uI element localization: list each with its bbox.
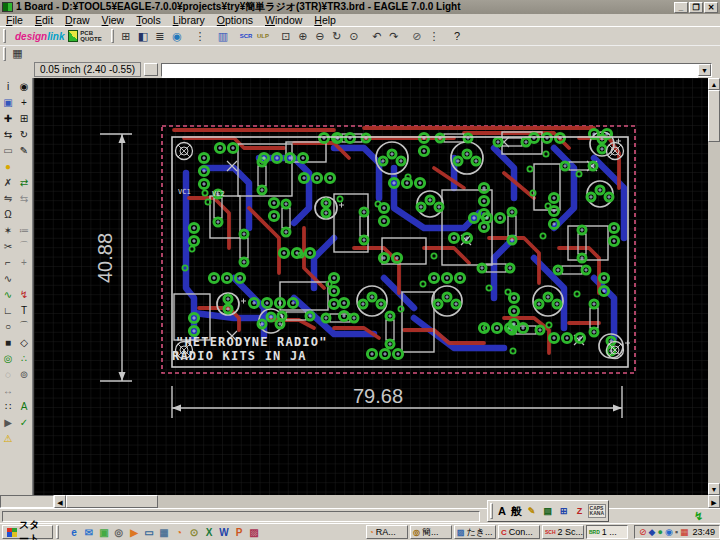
group-icon[interactable]: ▭ xyxy=(0,142,16,158)
hole-icon[interactable]: ⊚ xyxy=(16,366,32,382)
task-button-1[interactable]: ◔RA... xyxy=(366,525,408,539)
ime-caps-kana-indicator[interactable]: CAPSKANA xyxy=(588,504,606,518)
pad-icon[interactable]: ◌ xyxy=(0,366,16,382)
redo-icon[interactable]: ↷ xyxy=(385,28,402,44)
stop-icon[interactable]: ⊘ xyxy=(408,28,425,44)
antivirus-icon[interactable]: ⊘ xyxy=(639,527,647,537)
show-desktop-icon[interactable]: ▭ xyxy=(142,525,156,539)
pinswap-icon[interactable]: ⇄ xyxy=(16,174,32,190)
pcb-quote-button[interactable]: PCB QUOTE xyxy=(68,30,108,42)
delete-icon[interactable]: ✗ xyxy=(0,174,16,190)
gateswap-icon[interactable]: ⇆ xyxy=(16,190,32,206)
zoom-select-icon[interactable]: ⊙ xyxy=(345,28,362,44)
display-tray-icon[interactable]: ● xyxy=(657,527,662,537)
outlook-icon[interactable]: ✉ xyxy=(82,525,96,539)
task-button-3[interactable]: ▨たき... xyxy=(454,525,496,539)
task-button-2[interactable]: ◎簡... xyxy=(410,525,452,539)
show-icon[interactable]: ◉ xyxy=(16,78,32,94)
route-icon[interactable]: ∿ xyxy=(0,286,16,302)
toolbar-grip[interactable] xyxy=(111,29,114,43)
schedule-icon[interactable]: ▦ xyxy=(680,527,689,537)
ime-pad-icon[interactable]: ⊞ xyxy=(556,503,572,519)
vertical-scroll-thumb[interactable] xyxy=(708,90,720,142)
menu-item-edit[interactable]: Edit xyxy=(29,14,59,26)
menu-item-tools[interactable]: Tools xyxy=(130,14,167,26)
firefox-icon[interactable]: ◔ xyxy=(172,525,186,539)
split-icon[interactable]: ⌐ xyxy=(0,254,16,270)
messenger-icon[interactable]: ◉ xyxy=(665,527,673,537)
autoroute-icon[interactable]: A xyxy=(16,398,32,414)
menu-item-window[interactable]: Window xyxy=(259,14,308,26)
scroll-up-icon[interactable]: ▲ xyxy=(708,78,720,90)
text-icon[interactable]: T xyxy=(16,302,32,318)
zoom-in-icon[interactable]: ⊕ xyxy=(294,28,311,44)
arc-icon[interactable]: ⌒ xyxy=(16,318,32,334)
shield-icon[interactable]: ◆ xyxy=(649,527,656,537)
taskbar-grip[interactable] xyxy=(56,525,59,539)
move-icon[interactable]: ✚ xyxy=(0,110,16,126)
line-icon[interactable]: ∟ xyxy=(0,302,16,318)
polygon-icon[interactable]: ◇ xyxy=(16,334,32,350)
rotate-icon[interactable]: ↻ xyxy=(16,126,32,142)
ime-help-icon[interactable]: Z xyxy=(572,503,588,519)
grid-icon[interactable]: ▦ xyxy=(9,46,26,62)
via-icon[interactable]: ◎ xyxy=(0,350,16,366)
command-history-button[interactable] xyxy=(144,63,158,76)
circle-icon[interactable]: ○ xyxy=(0,318,16,334)
cut-icon[interactable]: ✂ xyxy=(0,238,16,254)
paint-icon[interactable]: ▣ xyxy=(97,525,111,539)
task-button-5[interactable]: SCH2 Sc... xyxy=(542,525,584,539)
cam-processor-icon[interactable]: ◉ xyxy=(168,28,185,44)
ie-icon[interactable]: e xyxy=(67,525,81,539)
vertical-scrollbar[interactable]: ▲ ▼ xyxy=(708,78,720,495)
ime-dictionary-icon[interactable]: ▤ xyxy=(540,503,556,519)
signal-icon[interactable]: ∴ xyxy=(16,350,32,366)
close-button[interactable]: ✕ xyxy=(704,2,718,13)
start-button[interactable]: スタート xyxy=(2,525,53,539)
undo-icon[interactable]: ↶ xyxy=(368,28,385,44)
minimize-button[interactable]: _ xyxy=(674,2,688,13)
followme-icon[interactable]: ▶ xyxy=(0,414,16,430)
horizontal-scrollbar[interactable]: ◀ ▶ xyxy=(0,495,720,508)
search-icon[interactable]: ⊙ xyxy=(187,525,201,539)
word-icon[interactable]: W xyxy=(217,525,231,539)
key-icon[interactable]: ▪ xyxy=(675,527,678,537)
menu-item-draw[interactable]: Draw xyxy=(59,14,96,26)
wire-bend-icon[interactable]: ∿ xyxy=(0,270,16,286)
print-icon[interactable]: ≣ xyxy=(151,28,168,44)
horizontal-scroll-thumb[interactable] xyxy=(66,495,158,508)
toolbar-grip[interactable] xyxy=(3,47,6,61)
ratsnest-icon[interactable]: ∷ xyxy=(0,398,16,414)
restore-button[interactable]: ❐ xyxy=(689,2,703,13)
change-icon[interactable]: ✎ xyxy=(16,142,32,158)
smash-icon[interactable]: ✶ xyxy=(0,222,16,238)
scroll-left-icon[interactable]: ◀ xyxy=(54,495,66,508)
ime-input-mode-button[interactable]: A xyxy=(495,503,509,519)
excel-icon[interactable]: X xyxy=(202,525,216,539)
scroll-down-icon[interactable]: ▼ xyxy=(708,483,720,495)
rect-icon[interactable]: ■ xyxy=(0,334,16,350)
command-input[interactable] xyxy=(162,64,698,78)
dimension-icon[interactable]: ↔ xyxy=(0,382,16,398)
ime-grip[interactable] xyxy=(490,503,493,519)
command-dropdown-icon[interactable]: ▼ xyxy=(698,64,711,76)
replace-icon[interactable]: ⇋ xyxy=(0,190,16,206)
ime-tools-icon[interactable]: ✎ xyxy=(524,503,540,519)
use-library-icon[interactable]: ⋮ xyxy=(191,28,208,44)
ripup-icon[interactable]: ↯ xyxy=(16,286,32,302)
designlink-logo[interactable]: designlink xyxy=(9,31,68,42)
toolbar-grip[interactable] xyxy=(3,29,6,43)
task-button-6[interactable]: BRD1 ... xyxy=(586,525,628,539)
ime-conversion-mode-button[interactable]: 般 xyxy=(509,503,523,519)
task-button-4[interactable]: CCon... xyxy=(498,525,540,539)
warning-icon[interactable]: ⚠ xyxy=(0,430,16,446)
run-ulp-icon[interactable]: ULP xyxy=(254,28,271,44)
copy-icon[interactable]: ⊞ xyxy=(16,110,32,126)
my-computer-icon[interactable]: ▦ xyxy=(157,525,171,539)
redraw-icon[interactable]: ↻ xyxy=(328,28,345,44)
open-board-icon[interactable]: ⊞ xyxy=(117,28,134,44)
powerpoint-icon[interactable]: P xyxy=(232,525,246,539)
help-icon[interactable]: ? xyxy=(448,28,465,44)
info-icon[interactable]: i xyxy=(0,78,16,94)
zoom-fit-icon[interactable]: ⊡ xyxy=(277,28,294,44)
